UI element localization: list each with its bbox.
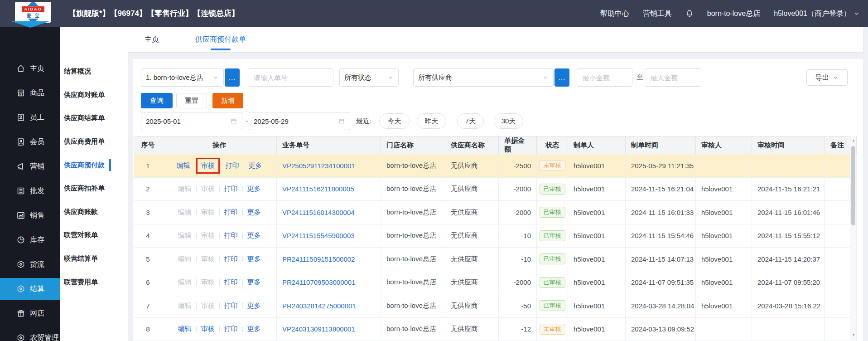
submenu-item-joint-expense[interactable]: 联营费用单	[64, 275, 98, 289]
table-scrollbar[interactable]: ▲ ▼	[850, 136, 856, 340]
date-to-picker[interactable]: 2025-05-29	[249, 112, 350, 130]
print-link[interactable]: 打印	[220, 231, 242, 240]
tab-home[interactable]: 主页	[138, 27, 165, 52]
print-link[interactable]: 打印	[220, 255, 242, 263]
recent-pill-30天[interactable]: 30天	[494, 113, 523, 129]
submenu-item-settle-overview[interactable]: 结算概况	[64, 64, 91, 78]
edit-link[interactable]: 编辑	[174, 185, 196, 193]
row-actions: 编辑审核打印更多	[164, 255, 275, 263]
help-center-link[interactable]: 帮助中心	[600, 9, 629, 19]
status-badge: 已审核	[540, 300, 565, 311]
audit-link[interactable]: 审核	[197, 185, 219, 193]
search-button[interactable]: 查询	[141, 93, 173, 108]
cell-supplier: 无供应商	[445, 177, 499, 201]
submenu-item-supplier-account[interactable]: 供应商账款	[64, 205, 98, 219]
reset-button[interactable]: 重置	[176, 93, 207, 108]
submenu-item-supplier-prepay[interactable]: 供应商预付款	[64, 158, 111, 172]
cell-created-time: 2024-11-15 16:21:04	[626, 177, 696, 201]
audit-link[interactable]: 审核	[201, 161, 215, 169]
sidebar-item-agri[interactable]: 农贸管理	[0, 329, 60, 341]
order-link[interactable]: PR24032814275000001	[282, 302, 356, 310]
audit-link[interactable]: 审核	[197, 255, 219, 263]
cell-index: 4	[134, 224, 162, 248]
submenu-item-supplier-deduction[interactable]: 供应商扣补单	[64, 181, 105, 195]
more-link[interactable]: 更多	[243, 208, 265, 217]
submenu-item-supplier-settlement[interactable]: 供应商结算单	[64, 111, 105, 125]
more-link[interactable]: 更多	[243, 255, 265, 263]
max-amount-input[interactable]	[650, 73, 696, 82]
recent-pill-7天[interactable]: 7天	[457, 113, 484, 129]
more-link[interactable]: 更多	[243, 185, 265, 193]
scrollbar-thumb[interactable]	[851, 146, 855, 225]
date-from-picker[interactable]: 2025-05-01	[141, 112, 242, 130]
sidebar-item-goods[interactable]: 商品	[0, 84, 60, 102]
submenu-item-joint-statement[interactable]: 联营对账单	[64, 228, 98, 242]
supplier-more-button[interactable]: ...	[555, 68, 569, 87]
more-link[interactable]: 更多	[243, 325, 265, 333]
export-button[interactable]: 导出	[806, 69, 848, 86]
print-link[interactable]: 打印	[221, 161, 244, 170]
marketing-tools-link[interactable]: 营销工具	[643, 9, 672, 19]
print-link[interactable]: 打印	[220, 278, 242, 287]
column-header: 制单时间	[626, 136, 696, 154]
print-link[interactable]: 打印	[220, 208, 242, 217]
notification-bell-icon[interactable]	[685, 10, 694, 18]
app-window: AIBAO 爱宝 【旗舰版*】【96974】【零售行业】【连锁总店】 帮助中心 …	[0, 0, 868, 341]
supplier-select[interactable]: 所有供应商	[413, 68, 554, 87]
order-link[interactable]: PR24111509151500002	[282, 255, 355, 263]
sidebar-item-wholesale[interactable]: 批发	[0, 182, 60, 200]
audit-link[interactable]: 审核	[197, 302, 219, 310]
store-select[interactable]: 1. born-to-love总店	[141, 68, 224, 87]
audit-link[interactable]: 审核	[197, 208, 219, 217]
edit-link[interactable]: 编辑	[174, 255, 196, 263]
submenu-item-supplier-expense[interactable]: 供应商费用单	[64, 135, 105, 148]
sidebar-item-logistics[interactable]: 货流	[0, 255, 60, 273]
cell-auditor: h5love001	[696, 224, 752, 248]
order-no-input[interactable]	[253, 73, 328, 82]
sidebar-item-staff[interactable]: 员工	[0, 108, 60, 127]
order-link[interactable]: PR24110709503000001	[282, 278, 356, 286]
print-link[interactable]: 打印	[220, 185, 242, 193]
sidebar-item-settle[interactable]: 结算	[0, 278, 60, 300]
order-link[interactable]: VP24111516014300004	[282, 209, 355, 216]
edit-link[interactable]: 编辑	[174, 325, 196, 333]
more-link[interactable]: 更多	[244, 161, 267, 170]
more-link[interactable]: 更多	[243, 231, 265, 240]
recent-pill-今天[interactable]: 今天	[379, 113, 410, 129]
submenu-item-joint-settlement[interactable]: 联营结算单	[64, 252, 98, 265]
current-store-name[interactable]: born-to-love总店	[707, 9, 760, 19]
sidebar-item-home[interactable]: 主页	[0, 59, 60, 78]
audit-link[interactable]: 审核	[197, 325, 219, 333]
order-link[interactable]: VP24111516211800005	[282, 185, 354, 193]
sidebar-item-member[interactable]: 会员	[0, 133, 60, 151]
cell-amount: -2000	[499, 271, 537, 294]
account-menu[interactable]: h5love001（商户登录）	[774, 9, 860, 19]
order-link[interactable]: VP24111515545900003	[282, 232, 355, 239]
sidebar-item-eshop[interactable]: 网店	[0, 304, 60, 322]
add-button[interactable]: 新增	[212, 93, 243, 108]
tab-supplier-prepay[interactable]: 供应商预付款单	[189, 27, 252, 52]
audit-link[interactable]: 审核	[197, 278, 219, 287]
order-link[interactable]: VP25052911234100001	[282, 162, 355, 170]
edit-link[interactable]: 编辑	[174, 278, 196, 287]
more-link[interactable]: 更多	[243, 302, 265, 310]
scroll-up-icon[interactable]: ▲	[850, 137, 857, 144]
store-more-button[interactable]: ...	[225, 68, 240, 87]
submenu-item-supplier-statement[interactable]: 供应商对账单	[64, 88, 105, 102]
edit-link[interactable]: 编辑	[174, 208, 196, 217]
edit-link[interactable]: 编辑	[174, 302, 196, 310]
order-link[interactable]: VP24031309113800001	[282, 325, 355, 333]
sidebar-item-sales[interactable]: 销售	[0, 206, 60, 224]
recent-pill-昨天[interactable]: 昨天	[417, 113, 446, 129]
min-amount-input[interactable]	[582, 73, 627, 82]
more-link[interactable]: 更多	[243, 278, 265, 287]
print-link[interactable]: 打印	[220, 302, 242, 310]
sidebar-item-inventory[interactable]: 库存	[0, 231, 60, 249]
sidebar-item-marketing[interactable]: 营销	[0, 157, 60, 175]
edit-link[interactable]: 编辑	[172, 161, 195, 170]
audit-link[interactable]: 审核	[197, 231, 219, 240]
edit-link[interactable]: 编辑	[174, 231, 196, 240]
scroll-down-icon[interactable]: ▼	[850, 332, 857, 338]
status-select[interactable]: 所有状态	[339, 68, 399, 87]
print-link[interactable]: 打印	[220, 325, 242, 333]
